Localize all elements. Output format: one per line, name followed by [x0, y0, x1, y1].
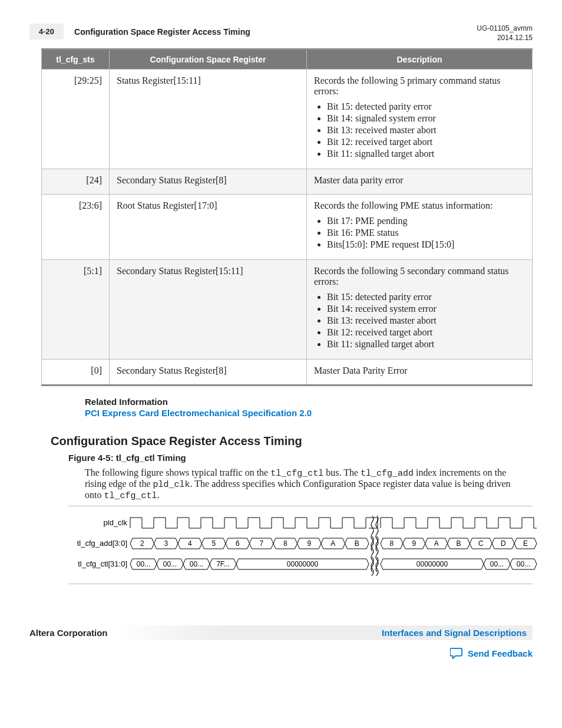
svg-text:00...: 00...: [137, 560, 150, 568]
cell-register: Secondary Status Register[8]: [110, 360, 307, 386]
desc-list: Bit 15: detected parity errorBit 14: rec…: [314, 292, 525, 350]
list-item: Bit 12: received target abort: [327, 327, 525, 338]
svg-text:4: 4: [188, 539, 192, 548]
list-item: Bit 14: received system error: [327, 304, 525, 314]
col-header-desc: Description: [307, 50, 533, 70]
list-item: Bit 13: received master abort: [327, 125, 525, 136]
svg-text:8: 8: [390, 539, 394, 548]
svg-text:6: 6: [236, 539, 240, 548]
svg-text:00000000: 00000000: [416, 560, 448, 568]
list-item: Bit 12: received target abort: [327, 137, 525, 147]
desc-list: Bit 17: PME pendingBit 16: PME statusBit…: [314, 216, 525, 250]
desc-intro: Records the following 5 primary command …: [314, 75, 525, 97]
list-item: Bit 16: PME status: [327, 228, 525, 238]
col-header-reg: Configuration Space Register: [110, 50, 307, 70]
svg-text:A: A: [330, 539, 335, 548]
cell-description: Records the following 5 secondary comman…: [307, 260, 533, 360]
cell-bits: [5:1]: [42, 260, 110, 360]
doc-date: 2014.12.15: [477, 33, 533, 42]
figdesc-m3: pld_clk: [153, 480, 190, 490]
cell-bits: [29:25]: [42, 70, 110, 169]
doc-id: UG-01105_avmm: [477, 24, 533, 33]
cell-register: Status Register[15:11]: [110, 70, 307, 169]
col-header-bits: tl_cfg_sts: [42, 50, 110, 70]
page-footer: Altera Corporation Interfaces and Signal…: [29, 625, 533, 640]
cell-description: Records the following 5 primary command …: [307, 70, 533, 169]
svg-text:A: A: [434, 539, 439, 548]
svg-text:7: 7: [259, 539, 263, 548]
svg-text:00...: 00...: [517, 560, 530, 568]
feedback-label: Send Feedback: [468, 648, 533, 658]
table-row: [5:1]Secondary Status Register[15:11]Rec…: [42, 260, 533, 360]
svg-text:9: 9: [307, 539, 311, 548]
svg-text:tl_cfg_ctl[31:0]: tl_cfg_ctl[31:0]: [78, 559, 127, 568]
figure-title: Figure 4-5: tl_cfg_ctl Timing: [68, 453, 533, 463]
list-item: Bit 15: detected parity error: [327, 101, 525, 112]
svg-text:D: D: [501, 539, 506, 548]
svg-text:B: B: [456, 539, 461, 548]
list-item: Bit 13: received master abort: [327, 315, 525, 326]
list-item: Bit 17: PME pending: [327, 216, 525, 226]
figure-description: The following figure shows typical traff…: [85, 467, 518, 501]
cell-register: Secondary Status Register[15:11]: [110, 260, 307, 360]
svg-text:3: 3: [164, 539, 168, 548]
svg-text:2: 2: [140, 539, 144, 548]
list-item: Bit 14: signaled system error: [327, 113, 525, 124]
figdesc-m4: tl_cfg_ctl: [104, 491, 157, 501]
feedback-icon: [450, 647, 463, 659]
desc-intro: Records the following 5 secondary comman…: [314, 266, 525, 287]
desc-intro: Master data parity error: [314, 175, 525, 186]
cell-bits: [0]: [42, 360, 110, 386]
page-title: Configuration Space Register Access Timi…: [74, 27, 250, 37]
cell-description: Records the following PME status informa…: [307, 195, 533, 260]
related-link[interactable]: PCI Express Card Electromechanical Speci…: [85, 408, 533, 418]
svg-text:00000000: 00000000: [287, 560, 319, 568]
figdesc-m2: tl_cfg_add: [361, 469, 414, 479]
desc-list: Bit 15: detected parity errorBit 14: sig…: [314, 101, 525, 159]
cell-description: Master data parity error: [307, 169, 533, 195]
svg-text:9: 9: [412, 539, 416, 548]
header-right: UG-01105_avmm 2014.12.15: [477, 24, 533, 42]
desc-intro: Records the following PME status informa…: [314, 200, 525, 211]
svg-text:C: C: [478, 539, 484, 548]
footer-corp: Altera Corporation: [29, 628, 108, 638]
list-item: Bit 11: signalled target abort: [327, 149, 525, 159]
cell-bits: [23:6]: [42, 195, 110, 260]
cell-register: Root Status Register[17:0]: [110, 195, 307, 260]
related-title: Related Information: [85, 397, 533, 407]
cell-description: Master Data Parity Error: [307, 360, 533, 386]
svg-text:pld_clk: pld_clk: [104, 518, 128, 527]
svg-text:00...: 00...: [163, 560, 177, 568]
related-info: Related Information PCI Express Card Ele…: [85, 397, 533, 418]
footer-chapter[interactable]: Interfaces and Signal Descriptions: [115, 625, 533, 640]
svg-text:00...: 00...: [190, 560, 203, 568]
feedback-link[interactable]: Send Feedback: [29, 647, 533, 659]
table-row: [23:6]Root Status Register[17:0]Records …: [42, 195, 533, 260]
cell-bits: [24]: [42, 169, 110, 195]
page-header: 4-20 Configuration Space Register Access…: [29, 24, 533, 42]
figdesc-t1: The following figure shows typical traff…: [85, 467, 270, 477]
svg-text:8: 8: [283, 539, 287, 548]
svg-text:E: E: [523, 539, 528, 548]
svg-text:5: 5: [211, 539, 216, 548]
header-left: 4-20 Configuration Space Register Access…: [29, 24, 250, 39]
table-row: [24]Secondary Status Register[8]Master d…: [42, 169, 533, 195]
desc-intro: Master Data Parity Error: [314, 365, 525, 376]
timing-diagram: pld_clktl_cfg_add[3:0]tl_cfg_ctl[31:0]23…: [68, 506, 533, 584]
list-item: Bit 11: signalled target abort: [327, 339, 525, 350]
table-row: [0]Secondary Status Register[8]Master Da…: [42, 360, 533, 386]
svg-text:00...: 00...: [490, 560, 504, 568]
register-table: tl_cfg_sts Configuration Space Register …: [41, 48, 533, 386]
page-number: 4-20: [29, 24, 64, 39]
timing-svg: pld_clktl_cfg_add[3:0]tl_cfg_ctl[31:0]23…: [68, 511, 540, 576]
figdesc-m1: tl_cfg_ctl: [270, 469, 323, 479]
cell-register: Secondary Status Register[8]: [110, 169, 307, 195]
section-heading: Configuration Space Register Access Timi…: [51, 434, 533, 448]
svg-text:B: B: [355, 539, 359, 548]
table-row: [29:25]Status Register[15:11]Records the…: [42, 70, 533, 169]
svg-text:tl_cfg_add[3:0]: tl_cfg_add[3:0]: [77, 539, 127, 548]
svg-text:7F...: 7F...: [216, 560, 230, 568]
figdesc-t5: .: [157, 490, 159, 500]
list-item: Bits[15:0]: PME request ID[15:0]: [327, 239, 525, 250]
figdesc-t2: bus. The: [323, 467, 361, 477]
